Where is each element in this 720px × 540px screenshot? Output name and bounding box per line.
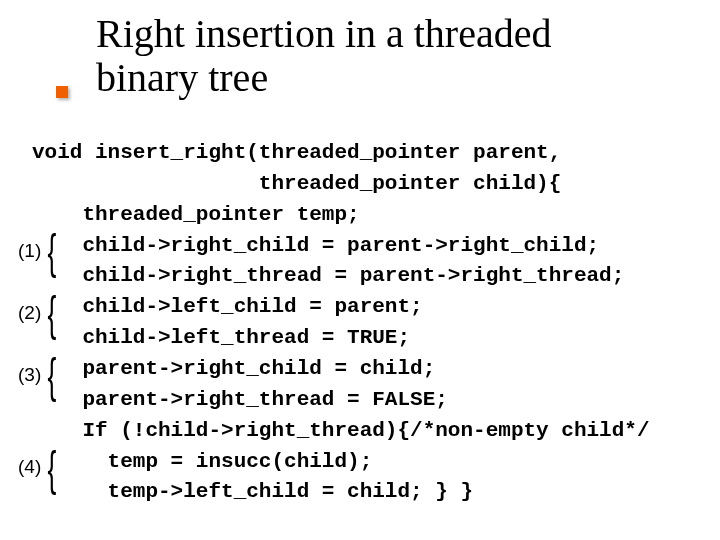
slide-title: Right insertion in a threaded binary tre…: [96, 12, 551, 100]
code-line-7: child->left_thread = TRUE;: [32, 326, 410, 349]
title-line-2: binary tree: [96, 55, 268, 100]
code-line-4: child->right_child = parent->right_child…: [32, 234, 599, 257]
code-line-3: threaded_pointer temp;: [32, 203, 360, 226]
code-line-10: If (!child->right_thread){/*non-empty ch…: [32, 419, 650, 442]
code-line-8: parent->right_child = child;: [32, 357, 435, 380]
code-line-1: void insert_right(threaded_pointer paren…: [32, 141, 561, 164]
brace-2-icon: {: [48, 290, 57, 338]
brace-4-icon: {: [48, 445, 57, 493]
annotation-4: (4): [18, 456, 41, 478]
code-line-11: temp = insucc(child);: [32, 450, 372, 473]
code-line-5: child->right_thread = parent->right_thre…: [32, 264, 624, 287]
code-line-12: temp->left_child = child; } }: [32, 480, 473, 503]
code-listing: void insert_right(threaded_pointer paren…: [32, 138, 650, 508]
code-line-9: parent->right_thread = FALSE;: [32, 388, 448, 411]
annotation-1: (1): [18, 240, 41, 262]
brace-1-icon: {: [48, 228, 57, 276]
brace-3-icon: {: [48, 352, 57, 400]
code-line-6: child->left_child = parent;: [32, 295, 423, 318]
code-line-2: threaded_pointer child){: [32, 172, 561, 195]
annotation-3: (3): [18, 364, 41, 386]
annotation-2: (2): [18, 302, 41, 324]
title-line-1: Right insertion in a threaded: [96, 11, 551, 56]
accent-square: [56, 86, 68, 98]
